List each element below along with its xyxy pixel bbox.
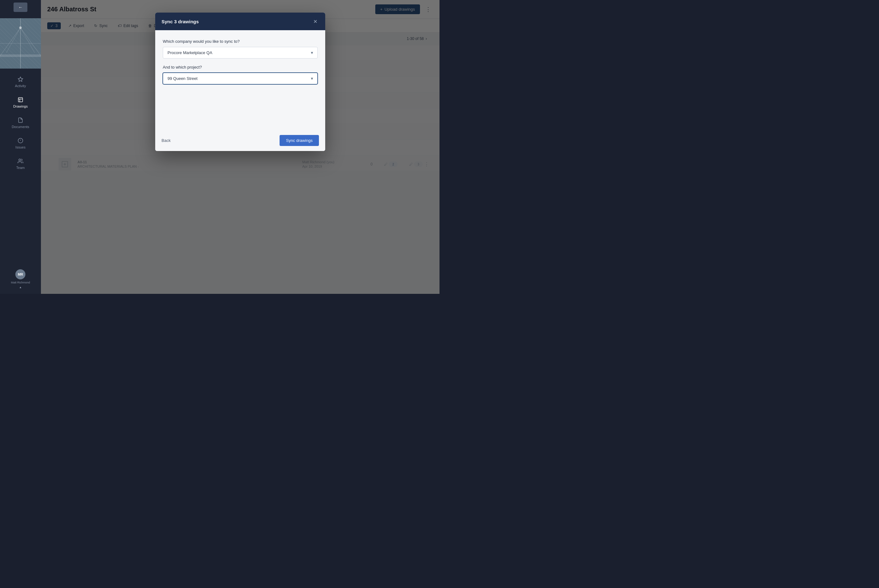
app-container: ← Activi xyxy=(0,0,440,294)
avatar[interactable]: MR xyxy=(15,269,26,279)
sidebar-navigation: Activity Drawings xyxy=(0,72,41,174)
svg-rect-10 xyxy=(18,98,23,102)
company-select-wrapper: Procore Marketplace QA ▼ xyxy=(163,47,318,58)
chevron-up-icon: ▲ xyxy=(19,286,22,289)
sidebar-item-team[interactable]: Team xyxy=(0,153,41,174)
sync-modal: Sync 3 drawings ✕ Which company would yo… xyxy=(155,13,325,151)
sidebar-item-label: Documents xyxy=(12,125,29,129)
svg-line-6 xyxy=(21,28,35,53)
back-button[interactable]: ← xyxy=(14,3,27,12)
drawings-icon xyxy=(17,97,24,103)
user-avatar-section: MR Matt Richmond ▲ xyxy=(11,269,30,289)
sidebar-item-issues[interactable]: Issues xyxy=(0,133,41,153)
sidebar-item-label: Drawings xyxy=(13,105,28,108)
modal-footer: Back Sync drawings xyxy=(155,130,325,151)
project-select[interactable]: 99 Queen Street xyxy=(163,73,318,84)
documents-icon xyxy=(17,117,24,123)
modal-overlay: Sync 3 drawings ✕ Which company would yo… xyxy=(41,0,440,294)
main-content: 246 Albatross St + Upload drawings ⋮ ✓ 3… xyxy=(41,0,440,294)
sidebar-item-label: Issues xyxy=(15,146,26,149)
back-link[interactable]: Back xyxy=(162,138,171,143)
svg-line-4 xyxy=(21,28,41,56)
project-select-wrapper: 99 Queen Street ▼ xyxy=(163,73,318,84)
svg-rect-8 xyxy=(0,54,41,57)
company-select[interactable]: Procore Marketplace QA xyxy=(163,47,318,58)
svg-line-5 xyxy=(6,28,21,53)
issues-icon xyxy=(17,138,24,144)
activity-icon xyxy=(17,76,24,82)
project-label: And to which project? xyxy=(163,65,318,69)
svg-point-16 xyxy=(19,159,21,161)
modal-close-button[interactable]: ✕ xyxy=(311,18,319,25)
sidebar-item-label: Activity xyxy=(15,84,26,88)
sync-drawings-button[interactable]: Sync drawings xyxy=(279,135,319,146)
sidebar: ← Activi xyxy=(0,0,41,294)
project-hero-image xyxy=(0,18,41,69)
svg-line-3 xyxy=(0,28,21,56)
svg-marker-9 xyxy=(18,77,23,81)
modal-title: Sync 3 drawings xyxy=(162,19,199,24)
modal-header: Sync 3 drawings ✕ xyxy=(155,13,325,30)
svg-rect-0 xyxy=(0,18,41,69)
sidebar-item-drawings[interactable]: Drawings xyxy=(0,92,41,112)
close-icon: ✕ xyxy=(313,18,317,24)
company-label: Which company would you like to sync to? xyxy=(163,39,318,44)
back-icon: ← xyxy=(18,5,23,10)
user-name: Matt Richmond xyxy=(11,281,30,284)
sidebar-item-documents[interactable]: Documents xyxy=(0,112,41,133)
sidebar-item-activity[interactable]: Activity xyxy=(0,72,41,92)
sidebar-item-label: Team xyxy=(17,166,25,170)
team-icon xyxy=(17,158,24,164)
svg-point-7 xyxy=(19,26,22,29)
